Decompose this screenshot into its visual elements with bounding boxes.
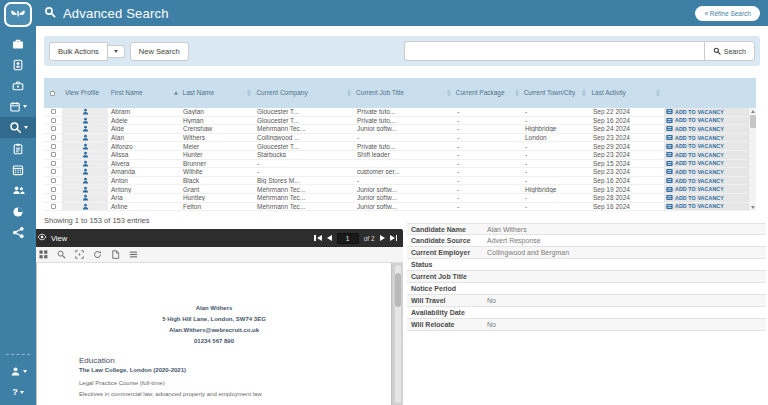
- refine-search-button[interactable]: « Refine Search: [695, 6, 760, 21]
- page-number-input[interactable]: 1: [337, 233, 359, 244]
- row-checkbox[interactable]: [51, 178, 56, 183]
- app-logo[interactable]: [4, 2, 32, 27]
- company-cell: Gloucester T...: [254, 108, 354, 115]
- bulk-actions-button[interactable]: Bulk Actions: [49, 42, 108, 61]
- column-header-vp[interactable]: View Profile: [62, 78, 108, 108]
- add-to-vacancy-button[interactable]: ADD TO VACANCY: [666, 178, 724, 184]
- column-header-co[interactable]: Current Company: [253, 78, 353, 108]
- new-search-button[interactable]: New Search: [130, 42, 189, 61]
- job-title-cell: Private tuto...: [354, 117, 454, 124]
- viewer-title: View: [51, 234, 67, 243]
- sidebar-item-candidates[interactable]: [0, 54, 36, 75]
- resume-name: Alan Withers: [37, 303, 391, 314]
- add-to-vacancy-button[interactable]: ADD TO VACANCY: [666, 160, 724, 166]
- sidebar-item-search[interactable]: [0, 117, 36, 138]
- single-page-tool-button[interactable]: [111, 250, 120, 259]
- sidebar-item-contacts[interactable]: [0, 180, 36, 201]
- view-profile-cell[interactable]: [62, 134, 108, 142]
- next-page-button[interactable]: [380, 235, 385, 241]
- sidebar-item-calendar[interactable]: [0, 159, 36, 180]
- job-title-cell: Junior softw...: [354, 186, 454, 193]
- detail-label: Availability Date: [407, 309, 487, 316]
- row-checkbox[interactable]: [51, 169, 56, 174]
- rotate-tool-button[interactable]: [93, 250, 102, 259]
- zoom-tool-button[interactable]: [57, 250, 66, 259]
- company-cell: Mehrmann Tec...: [254, 194, 354, 201]
- view-profile-cell[interactable]: [62, 194, 108, 202]
- fit-page-tool-button[interactable]: [75, 250, 84, 259]
- column-header-tc[interactable]: Current Town/City: [521, 78, 589, 108]
- add-to-vacancy-label: ADD TO VACANCY: [675, 203, 724, 209]
- add-to-vacancy-button[interactable]: ADD TO VACANCY: [666, 152, 724, 158]
- row-checkbox[interactable]: [51, 152, 56, 157]
- sort-icon: [656, 90, 660, 97]
- resume-electives: Electives in commercial law, advanced pr…: [79, 391, 391, 397]
- table-row: AideCrenshawMehrmann Tec...Junior softw.…: [44, 125, 756, 134]
- view-profile-cell[interactable]: [62, 203, 108, 211]
- add-to-vacancy-button[interactable]: ADD TO VACANCY: [666, 203, 724, 209]
- view-profile-cell[interactable]: [62, 117, 108, 125]
- column-header-fn[interactable]: First Name: [108, 78, 180, 108]
- sidebar-item-diary[interactable]: [0, 96, 36, 117]
- scroll-down-icon[interactable]: [751, 206, 755, 209]
- column-header-la[interactable]: Last Activity: [588, 78, 662, 108]
- sidebar-item-help[interactable]: ?: [0, 382, 36, 403]
- select-all-checkbox[interactable]: [50, 91, 55, 96]
- table-scrollbar[interactable]: [748, 108, 756, 211]
- column-header-pk[interactable]: Current Package: [453, 78, 521, 108]
- prev-page-button[interactable]: [327, 235, 332, 241]
- row-checkbox[interactable]: [51, 135, 56, 140]
- view-profile-cell[interactable]: [62, 125, 108, 133]
- row-checkbox[interactable]: [51, 109, 56, 114]
- sidebar-item-jobs[interactable]: [0, 33, 36, 54]
- sidebar-item-reports[interactable]: [0, 201, 36, 222]
- search-button[interactable]: Search: [704, 41, 755, 61]
- add-vacancy-icon: [666, 204, 673, 209]
- add-to-vacancy-button[interactable]: ADD TO VACANCY: [666, 117, 724, 123]
- detail-value: No: [487, 321, 496, 328]
- row-checkbox[interactable]: [51, 204, 56, 209]
- row-checkbox[interactable]: [51, 161, 56, 166]
- view-profile-cell[interactable]: [62, 151, 108, 159]
- column-header-ln[interactable]: Last Name: [180, 78, 254, 108]
- sidebar-item-companies[interactable]: [0, 75, 36, 96]
- view-profile-cell[interactable]: [62, 168, 108, 176]
- document-scrollbar[interactable]: [395, 265, 401, 403]
- add-to-vacancy-button[interactable]: ADD TO VACANCY: [666, 143, 724, 149]
- row-checkbox[interactable]: [51, 187, 56, 192]
- sidebar-item-tasks[interactable]: [0, 138, 36, 159]
- town-cell: Highbridge: [522, 186, 590, 193]
- add-to-vacancy-button[interactable]: ADD TO VACANCY: [666, 169, 724, 175]
- add-to-vacancy-label: ADD TO VACANCY: [675, 195, 724, 201]
- sidebar-item-account[interactable]: [0, 361, 36, 382]
- person-icon: [82, 143, 89, 150]
- add-to-vacancy-button[interactable]: ADD TO VACANCY: [666, 126, 724, 132]
- first-page-button[interactable]: [314, 235, 322, 241]
- add-to-vacancy-button[interactable]: ADD TO VACANCY: [666, 135, 724, 141]
- add-to-vacancy-button[interactable]: ADD TO VACANCY: [666, 109, 724, 115]
- viewer-toolbar: [31, 247, 403, 263]
- view-profile-cell[interactable]: [62, 108, 108, 116]
- column-header-jt[interactable]: Current Job Title: [353, 78, 453, 108]
- table-scrollbar-thumb[interactable]: [750, 115, 756, 128]
- row-checkbox[interactable]: [51, 195, 56, 200]
- thumbnails-tool-button[interactable]: [39, 250, 48, 259]
- company-cell: Mehrmann Tec...: [254, 125, 354, 132]
- add-to-vacancy-button[interactable]: ADD TO VACANCY: [666, 186, 724, 192]
- add-to-vacancy-button[interactable]: ADD TO VACANCY: [666, 195, 724, 201]
- search-input[interactable]: [404, 41, 704, 61]
- view-profile-cell[interactable]: [62, 160, 108, 168]
- document-scrollbar-thumb[interactable]: [395, 273, 401, 307]
- view-profile-cell[interactable]: [62, 177, 108, 185]
- first-name-cell: Antony: [108, 186, 180, 193]
- sidebar-item-integrations[interactable]: [0, 222, 36, 243]
- scroll-up-icon[interactable]: [751, 110, 755, 113]
- row-checkbox[interactable]: [51, 144, 56, 149]
- view-profile-cell[interactable]: [62, 185, 108, 193]
- bulk-actions-caret-button[interactable]: [108, 45, 125, 58]
- last-page-button[interactable]: [390, 235, 398, 241]
- view-profile-cell[interactable]: [62, 142, 108, 150]
- row-checkbox[interactable]: [51, 118, 56, 123]
- text-view-tool-button[interactable]: [129, 250, 138, 259]
- row-checkbox[interactable]: [51, 126, 56, 131]
